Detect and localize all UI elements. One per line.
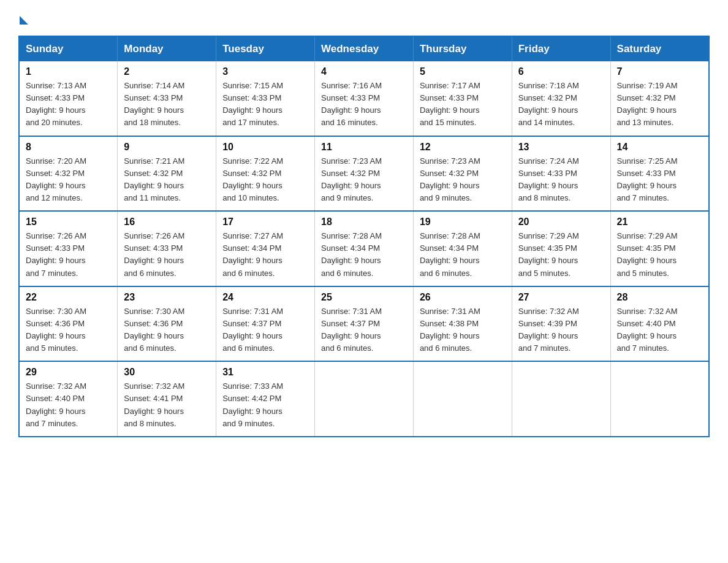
day-number: 27 xyxy=(518,292,604,303)
day-number: 12 xyxy=(420,142,506,153)
day-number: 22 xyxy=(26,292,111,303)
calendar-cell: 30 Sunrise: 7:32 AMSunset: 4:41 PMDaylig… xyxy=(118,361,216,437)
day-number: 9 xyxy=(124,142,210,153)
calendar-cell: 7 Sunrise: 7:19 AMSunset: 4:32 PMDayligh… xyxy=(610,61,709,136)
day-info: Sunrise: 7:31 AMSunset: 4:37 PMDaylight:… xyxy=(222,305,308,355)
day-number: 18 xyxy=(321,216,407,228)
day-info: Sunrise: 7:33 AMSunset: 4:42 PMDaylight:… xyxy=(222,380,308,430)
day-info: Sunrise: 7:32 AMSunset: 4:40 PMDaylight:… xyxy=(26,380,111,430)
day-number: 8 xyxy=(26,142,111,153)
day-info: Sunrise: 7:21 AMSunset: 4:32 PMDaylight:… xyxy=(124,155,210,205)
weekday-header-monday: Monday xyxy=(118,36,216,61)
calendar-cell: 14 Sunrise: 7:25 AMSunset: 4:33 PMDaylig… xyxy=(610,136,709,212)
day-info: Sunrise: 7:23 AMSunset: 4:32 PMDaylight:… xyxy=(420,155,506,205)
weekday-header-tuesday: Tuesday xyxy=(216,36,315,61)
day-info: Sunrise: 7:23 AMSunset: 4:32 PMDaylight:… xyxy=(321,155,407,205)
week-row-5: 29 Sunrise: 7:32 AMSunset: 4:40 PMDaylig… xyxy=(19,361,709,437)
calendar-cell xyxy=(512,361,610,437)
day-info: Sunrise: 7:18 AMSunset: 4:32 PMDaylight:… xyxy=(518,80,604,129)
day-info: Sunrise: 7:32 AMSunset: 4:39 PMDaylight:… xyxy=(518,305,604,355)
calendar-cell xyxy=(610,361,709,437)
logo xyxy=(18,12,28,25)
calendar-cell xyxy=(315,361,414,437)
day-info: Sunrise: 7:22 AMSunset: 4:32 PMDaylight:… xyxy=(222,155,308,205)
calendar-cell: 19 Sunrise: 7:28 AMSunset: 4:34 PMDaylig… xyxy=(413,211,512,286)
day-info: Sunrise: 7:17 AMSunset: 4:33 PMDaylight:… xyxy=(420,80,506,129)
day-number: 31 xyxy=(222,367,308,378)
calendar-cell: 18 Sunrise: 7:28 AMSunset: 4:34 PMDaylig… xyxy=(315,211,414,286)
calendar-cell: 2 Sunrise: 7:14 AMSunset: 4:33 PMDayligh… xyxy=(118,61,216,136)
calendar-cell: 23 Sunrise: 7:30 AMSunset: 4:36 PMDaylig… xyxy=(118,286,216,362)
day-info: Sunrise: 7:26 AMSunset: 4:33 PMDaylight:… xyxy=(124,230,210,280)
day-number: 17 xyxy=(222,216,308,228)
weekday-header-wednesday: Wednesday xyxy=(315,36,414,61)
day-number: 16 xyxy=(124,216,210,228)
week-row-1: 1 Sunrise: 7:13 AMSunset: 4:33 PMDayligh… xyxy=(19,61,709,136)
calendar-cell: 29 Sunrise: 7:32 AMSunset: 4:40 PMDaylig… xyxy=(19,361,118,437)
day-info: Sunrise: 7:28 AMSunset: 4:34 PMDaylight:… xyxy=(420,230,506,280)
day-number: 11 xyxy=(321,142,407,153)
weekday-header-thursday: Thursday xyxy=(413,36,512,61)
day-number: 3 xyxy=(222,66,308,77)
day-info: Sunrise: 7:20 AMSunset: 4:32 PMDaylight:… xyxy=(26,155,111,205)
day-number: 1 xyxy=(26,66,111,77)
day-info: Sunrise: 7:30 AMSunset: 4:36 PMDaylight:… xyxy=(124,305,210,355)
calendar-cell: 25 Sunrise: 7:31 AMSunset: 4:37 PMDaylig… xyxy=(315,286,414,362)
day-number: 13 xyxy=(518,142,604,153)
day-info: Sunrise: 7:24 AMSunset: 4:33 PMDaylight:… xyxy=(518,155,604,205)
calendar-cell: 3 Sunrise: 7:15 AMSunset: 4:33 PMDayligh… xyxy=(216,61,315,136)
day-info: Sunrise: 7:31 AMSunset: 4:38 PMDaylight:… xyxy=(420,305,506,355)
day-info: Sunrise: 7:16 AMSunset: 4:33 PMDaylight:… xyxy=(321,80,407,129)
calendar-cell: 11 Sunrise: 7:23 AMSunset: 4:32 PMDaylig… xyxy=(315,136,414,212)
day-info: Sunrise: 7:19 AMSunset: 4:32 PMDaylight:… xyxy=(617,80,702,129)
calendar-cell: 10 Sunrise: 7:22 AMSunset: 4:32 PMDaylig… xyxy=(216,136,315,212)
logo-triangle-icon xyxy=(20,16,28,25)
day-number: 4 xyxy=(321,66,407,77)
day-info: Sunrise: 7:15 AMSunset: 4:33 PMDaylight:… xyxy=(222,80,308,129)
day-number: 15 xyxy=(26,216,111,228)
weekday-header-friday: Friday xyxy=(512,36,610,61)
calendar-table: SundayMondayTuesdayWednesdayThursdayFrid… xyxy=(18,36,710,437)
day-number: 14 xyxy=(617,142,702,153)
day-info: Sunrise: 7:25 AMSunset: 4:33 PMDaylight:… xyxy=(617,155,702,205)
day-number: 24 xyxy=(222,292,308,303)
day-number: 23 xyxy=(124,292,210,303)
day-number: 7 xyxy=(617,66,702,77)
day-number: 25 xyxy=(321,292,407,303)
day-number: 2 xyxy=(124,66,210,77)
day-info: Sunrise: 7:31 AMSunset: 4:37 PMDaylight:… xyxy=(321,305,407,355)
calendar-cell: 16 Sunrise: 7:26 AMSunset: 4:33 PMDaylig… xyxy=(118,211,216,286)
day-info: Sunrise: 7:32 AMSunset: 4:40 PMDaylight:… xyxy=(617,305,702,355)
day-info: Sunrise: 7:13 AMSunset: 4:33 PMDaylight:… xyxy=(26,80,111,129)
week-row-2: 8 Sunrise: 7:20 AMSunset: 4:32 PMDayligh… xyxy=(19,136,709,212)
calendar-cell: 15 Sunrise: 7:26 AMSunset: 4:33 PMDaylig… xyxy=(19,211,118,286)
week-row-4: 22 Sunrise: 7:30 AMSunset: 4:36 PMDaylig… xyxy=(19,286,709,362)
day-info: Sunrise: 7:28 AMSunset: 4:34 PMDaylight:… xyxy=(321,230,407,280)
calendar-cell: 26 Sunrise: 7:31 AMSunset: 4:38 PMDaylig… xyxy=(413,286,512,362)
day-number: 5 xyxy=(420,66,506,77)
day-info: Sunrise: 7:30 AMSunset: 4:36 PMDaylight:… xyxy=(26,305,111,355)
calendar-cell: 6 Sunrise: 7:18 AMSunset: 4:32 PMDayligh… xyxy=(512,61,610,136)
calendar-cell: 17 Sunrise: 7:27 AMSunset: 4:34 PMDaylig… xyxy=(216,211,315,286)
day-info: Sunrise: 7:29 AMSunset: 4:35 PMDaylight:… xyxy=(617,230,702,280)
day-number: 28 xyxy=(617,292,702,303)
calendar-cell: 24 Sunrise: 7:31 AMSunset: 4:37 PMDaylig… xyxy=(216,286,315,362)
day-number: 29 xyxy=(26,367,111,378)
calendar-cell: 31 Sunrise: 7:33 AMSunset: 4:42 PMDaylig… xyxy=(216,361,315,437)
day-number: 10 xyxy=(222,142,308,153)
calendar-cell: 27 Sunrise: 7:32 AMSunset: 4:39 PMDaylig… xyxy=(512,286,610,362)
day-number: 21 xyxy=(617,216,702,228)
day-number: 30 xyxy=(124,367,210,378)
calendar-cell: 28 Sunrise: 7:32 AMSunset: 4:40 PMDaylig… xyxy=(610,286,709,362)
day-number: 19 xyxy=(420,216,506,228)
calendar-cell: 21 Sunrise: 7:29 AMSunset: 4:35 PMDaylig… xyxy=(610,211,709,286)
day-info: Sunrise: 7:29 AMSunset: 4:35 PMDaylight:… xyxy=(518,230,604,280)
day-info: Sunrise: 7:14 AMSunset: 4:33 PMDaylight:… xyxy=(124,80,210,129)
calendar-cell: 8 Sunrise: 7:20 AMSunset: 4:32 PMDayligh… xyxy=(19,136,118,212)
calendar-cell: 22 Sunrise: 7:30 AMSunset: 4:36 PMDaylig… xyxy=(19,286,118,362)
calendar-body: 1 Sunrise: 7:13 AMSunset: 4:33 PMDayligh… xyxy=(19,61,709,437)
weekday-header-sunday: Sunday xyxy=(19,36,118,61)
calendar-cell: 20 Sunrise: 7:29 AMSunset: 4:35 PMDaylig… xyxy=(512,211,610,286)
day-info: Sunrise: 7:27 AMSunset: 4:34 PMDaylight:… xyxy=(222,230,308,280)
calendar-cell: 5 Sunrise: 7:17 AMSunset: 4:33 PMDayligh… xyxy=(413,61,512,136)
